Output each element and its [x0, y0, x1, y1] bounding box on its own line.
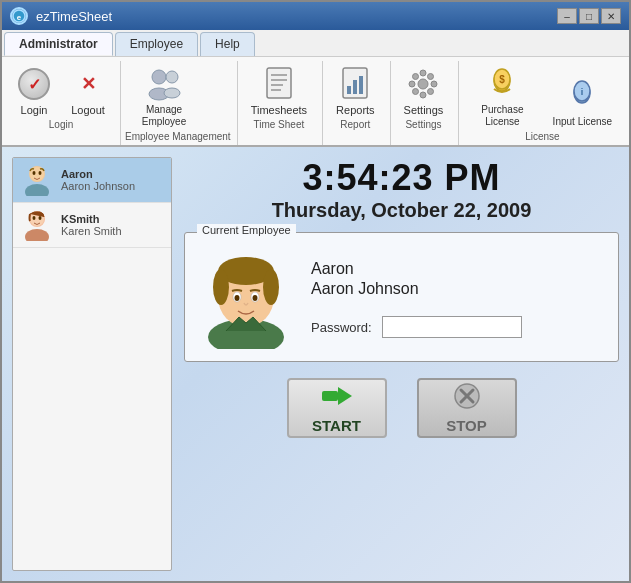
svg-point-23 [428, 74, 434, 80]
svg-rect-8 [271, 79, 287, 81]
logout-icon: ✕ [81, 66, 96, 102]
password-label: Password: [311, 320, 372, 335]
svg-point-16 [420, 70, 426, 76]
clock-time: 3:54:23 PM [272, 157, 532, 199]
aaron-short-name: Aaron [61, 168, 135, 180]
maximize-button[interactable]: □ [579, 8, 599, 24]
current-employee-fullname: Aaron Johnson [311, 280, 602, 298]
settings-label: Settings [404, 104, 444, 116]
svg-text:$: $ [500, 74, 506, 85]
app-icon: e [10, 7, 28, 25]
toolbar-login-group: ✓ Login ✕ Logout Login [8, 61, 121, 145]
input-license-label: Input License [552, 116, 612, 128]
karen-full-name: Karen Smith [61, 225, 122, 237]
start-label: START [312, 417, 361, 434]
minimize-button[interactable]: – [557, 8, 577, 24]
svg-point-39 [39, 216, 42, 220]
svg-point-15 [418, 79, 428, 89]
svg-point-31 [25, 184, 49, 196]
toolbar-timesheet-group: Timesheets Time Sheet [242, 61, 323, 145]
title-bar-left: e ezTimeSheet [10, 7, 112, 25]
clock-display: 3:54:23 PM Thursday, October 22, 2009 [272, 157, 532, 222]
main-window: e ezTimeSheet – □ ✕ Administrator Employ… [0, 0, 631, 583]
title-bar-controls[interactable]: – □ ✕ [557, 8, 621, 24]
settings-button[interactable]: Settings [395, 61, 453, 119]
main-content: Aaron Aaron Johnson [2, 147, 629, 581]
aaron-full-name: Aaron Johnson [61, 180, 135, 192]
svg-point-4 [166, 71, 178, 83]
svg-rect-50 [322, 391, 338, 401]
current-employee-name: Aaron [311, 260, 602, 278]
svg-point-36 [25, 229, 49, 241]
svg-point-21 [428, 89, 434, 95]
password-input[interactable] [382, 316, 522, 338]
reports-icon [339, 66, 371, 102]
svg-point-20 [413, 74, 419, 80]
manage-employee-button[interactable]: Manage Employee [125, 61, 203, 131]
current-employee-panel: Current Employee [184, 232, 619, 362]
timesheets-icon [263, 66, 295, 102]
panel-legend: Current Employee [197, 224, 296, 236]
title-bar: e ezTimeSheet – □ ✕ [2, 2, 629, 30]
settings-group-label: Settings [395, 119, 453, 133]
toolbar-reports-group: Reports Report [327, 61, 391, 145]
svg-point-34 [39, 171, 42, 175]
login-label: Login [21, 104, 48, 116]
tab-administrator[interactable]: Administrator [4, 32, 113, 56]
svg-point-33 [33, 171, 36, 175]
svg-point-18 [409, 81, 415, 87]
manage-employee-label: Manage Employee [134, 104, 194, 128]
svg-point-2 [152, 70, 166, 84]
svg-rect-12 [347, 86, 351, 94]
svg-rect-7 [271, 74, 287, 76]
tab-help[interactable]: Help [200, 32, 255, 56]
svg-text:e: e [17, 13, 22, 22]
reports-button[interactable]: Reports [327, 61, 384, 119]
stop-label: STOP [446, 417, 487, 434]
svg-rect-9 [271, 84, 283, 86]
svg-point-19 [431, 81, 437, 87]
panel-inner: Aaron Aaron Johnson Password: [185, 233, 618, 361]
login-button[interactable]: ✓ Login [8, 61, 60, 119]
right-panel: 3:54:23 PM Thursday, October 22, 2009 Cu… [184, 157, 619, 571]
purchase-license-button[interactable]: $ Purchase License [463, 61, 541, 131]
close-button[interactable]: ✕ [601, 8, 621, 24]
karen-short-name: KSmith [61, 213, 122, 225]
report-group-label: Report [327, 119, 384, 133]
settings-icon [406, 66, 440, 102]
svg-rect-10 [271, 89, 281, 91]
current-employee-details: Aaron Aaron Johnson Password: [311, 260, 602, 338]
logout-label: Logout [71, 104, 105, 116]
logout-button[interactable]: ✕ Logout [62, 61, 114, 119]
start-button[interactable]: START [287, 378, 387, 438]
start-icon [322, 383, 352, 413]
action-buttons: START STOP [287, 378, 517, 438]
employee-item-aaron[interactable]: Aaron Aaron Johnson [13, 158, 171, 203]
purchase-license-icon: $ [485, 66, 519, 102]
stop-icon [454, 383, 480, 413]
karen-info: KSmith Karen Smith [61, 213, 122, 237]
svg-point-5 [164, 88, 180, 98]
svg-point-44 [213, 269, 229, 305]
employee-item-karen[interactable]: KSmith Karen Smith [13, 203, 171, 248]
stop-button[interactable]: STOP [417, 378, 517, 438]
svg-point-38 [33, 216, 36, 220]
window-title: ezTimeSheet [36, 9, 112, 24]
purchase-license-label: Purchase License [472, 104, 532, 128]
login-icon: ✓ [18, 66, 50, 102]
license-group-label: License [463, 131, 621, 145]
svg-rect-13 [353, 80, 357, 94]
menu-bar: Administrator Employee Help [2, 30, 629, 57]
svg-rect-6 [267, 68, 291, 98]
svg-marker-51 [338, 387, 352, 405]
timesheets-button[interactable]: Timesheets [242, 61, 316, 119]
employee-list: Aaron Aaron Johnson [12, 157, 172, 571]
aaron-info: Aaron Aaron Johnson [61, 168, 135, 192]
svg-point-45 [263, 269, 279, 305]
clock-date: Thursday, October 22, 2009 [272, 199, 532, 222]
tab-employee[interactable]: Employee [115, 32, 198, 56]
svg-text:i: i [581, 87, 584, 97]
toolbar-employee-group: Manage Employee Employee Management [125, 61, 238, 145]
input-license-icon: i [565, 78, 599, 114]
input-license-button[interactable]: i Input License [543, 61, 621, 131]
